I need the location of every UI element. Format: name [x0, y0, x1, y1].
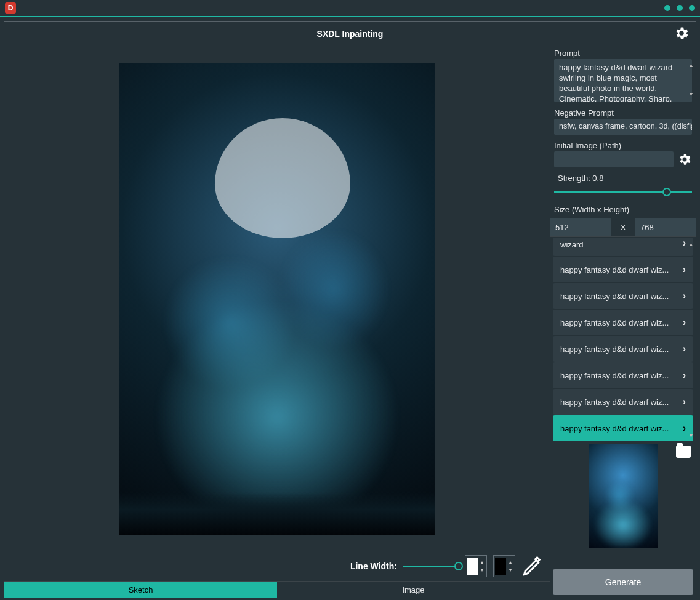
strength-slider[interactable]: [554, 188, 692, 196]
window-dot-close-icon[interactable]: [689, 5, 695, 11]
history-item-label: happy fantasy d&d dwarf wiz...: [560, 345, 669, 354]
history-scroll-down-icon[interactable]: ▾: [687, 432, 694, 439]
tab-sketch[interactable]: Sketch: [4, 582, 277, 598]
history-item[interactable]: happy fantasy d&d dwarf wiz...›: [553, 415, 693, 441]
neg-prompt-input[interactable]: nsfw, canvas frame, cartoon, 3d, ((disfi…: [554, 119, 692, 135]
secondary-color-picker[interactable]: ▴▾: [493, 555, 515, 577]
canvas-foreground: [119, 492, 435, 535]
initial-image-label: Initial Image (Path): [550, 138, 696, 151]
chevron-right-icon: ›: [683, 238, 686, 249]
window-dot-max-icon[interactable]: [677, 5, 683, 11]
stepper-icon[interactable]: ▴▾: [479, 559, 485, 574]
page-title: SXDL Inpainting: [317, 29, 384, 39]
mode-tabs: Sketch Image: [4, 582, 550, 598]
gear-icon: [674, 25, 690, 41]
history-item-label: happy fantasy d&d dwarf wiz...: [560, 318, 669, 327]
header: SXDL Inpainting: [4, 22, 696, 46]
generate-button[interactable]: Generate: [553, 569, 693, 595]
history-item[interactable]: happy fantasy d&d dwarf wiz...›: [553, 257, 693, 282]
settings-button[interactable]: [674, 25, 690, 43]
history-item[interactable]: happy fantasy d&d dwarf wiz...›: [553, 362, 693, 388]
history-item[interactable]: happy fantasy d&d dwarf wiz...›: [553, 310, 693, 335]
secondary-color-swatch: [495, 558, 506, 575]
line-width-slider[interactable]: [403, 560, 459, 572]
chevron-right-icon: ›: [683, 370, 686, 381]
tab-image[interactable]: Image: [277, 582, 550, 598]
canvas-image[interactable]: [119, 63, 435, 535]
primary-color-swatch: [467, 558, 478, 575]
prompt-input[interactable]: happy fantasy d&d dwarf wizard swirling …: [554, 59, 692, 102]
line-width-label: Line Width:: [350, 561, 397, 571]
titlebar: D: [0, 0, 700, 17]
strength-label: Strength: 0.8: [554, 171, 692, 184]
scroll-down-icon[interactable]: ▾: [687, 90, 694, 97]
size-separator: X: [611, 223, 635, 232]
history-item-label: wizard: [560, 238, 584, 249]
chevron-right-icon: ›: [683, 423, 686, 434]
size-label: Size (Width x Height): [550, 202, 696, 215]
chevron-right-icon: ›: [683, 290, 686, 302]
stepper-icon[interactable]: ▴▾: [507, 559, 513, 574]
sidebar: Prompt happy fantasy d&d dwarf wizard sw…: [550, 46, 696, 598]
image-settings-icon[interactable]: [677, 152, 692, 167]
window-controls[interactable]: [664, 5, 695, 11]
chevron-right-icon: ›: [683, 343, 686, 354]
history-item-label: happy fantasy d&d dwarf wiz...: [560, 398, 669, 407]
history-item[interactable]: happy fantasy d&d dwarf wiz...›: [553, 389, 693, 415]
history-item[interactable]: wizard ›: [553, 238, 693, 256]
preview-row: [550, 442, 696, 550]
history-item-label: happy fantasy d&d dwarf wiz...: [560, 371, 669, 380]
chevron-right-icon: ›: [683, 264, 686, 275]
chevron-right-icon: ›: [683, 396, 686, 407]
height-input[interactable]: 768: [635, 218, 696, 236]
chevron-right-icon: ›: [683, 317, 686, 328]
neg-prompt-label: Negative Prompt: [550, 106, 696, 119]
window-dot-min-icon[interactable]: [664, 5, 670, 11]
history-item[interactable]: happy fantasy d&d dwarf wiz...›: [553, 336, 693, 362]
initial-image-path-input[interactable]: [554, 151, 674, 167]
history-list: ▴ wizard › happy fantasy d&d dwarf wiz..…: [550, 236, 696, 441]
pencil-tool-icon[interactable]: [521, 555, 544, 577]
tool-row: Line Width: ▴▾ ▴▾: [4, 551, 550, 582]
scroll-up-icon[interactable]: ▴: [687, 62, 694, 68]
preview-thumbnail[interactable]: [589, 444, 658, 548]
open-folder-icon[interactable]: [676, 446, 691, 458]
history-scroll-up-icon[interactable]: ▴: [687, 241, 694, 247]
history-item-label: happy fantasy d&d dwarf wiz...: [560, 292, 669, 301]
inpaint-mask[interactable]: [215, 118, 350, 238]
primary-color-picker[interactable]: ▴▾: [465, 555, 487, 577]
width-input[interactable]: 512: [550, 218, 611, 236]
app-logo: D: [5, 2, 16, 14]
history-item[interactable]: happy fantasy d&d dwarf wiz...›: [553, 283, 693, 309]
history-item-label: happy fantasy d&d dwarf wiz...: [560, 424, 669, 433]
history-item-label: happy fantasy d&d dwarf wiz...: [560, 265, 669, 274]
prompt-label: Prompt: [550, 46, 696, 59]
canvas-area[interactable]: [4, 46, 550, 551]
